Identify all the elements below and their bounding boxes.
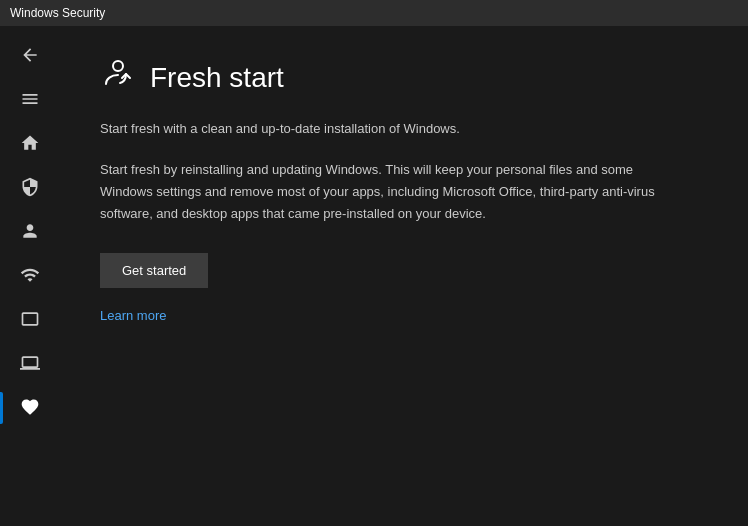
- sidebar-item-device[interactable]: [0, 342, 60, 386]
- wifi-icon: [20, 265, 40, 288]
- back-icon: [20, 45, 40, 68]
- home-icon: [20, 133, 40, 156]
- sidebar-item-network[interactable]: [0, 254, 60, 298]
- sidebar-item-back[interactable]: [0, 34, 60, 78]
- svg-point-0: [113, 61, 123, 71]
- app-title: Windows Security: [10, 6, 105, 20]
- sidebar-item-browser[interactable]: [0, 298, 60, 342]
- main-content: Fresh start Start fresh with a clean and…: [60, 26, 748, 524]
- sidebar-item-account[interactable]: [0, 210, 60, 254]
- sidebar-item-health[interactable]: [0, 386, 60, 430]
- menu-icon: [20, 89, 40, 112]
- page-title: Fresh start: [150, 62, 284, 94]
- page-subtitle: Start fresh with a clean and up-to-date …: [100, 119, 708, 139]
- device-icon: [20, 353, 40, 376]
- sidebar: [0, 26, 60, 524]
- browser-icon: [20, 309, 40, 332]
- account-icon: [20, 221, 40, 244]
- health-icon: [20, 397, 40, 420]
- sidebar-item-home[interactable]: [0, 122, 60, 166]
- app-container: Fresh start Start fresh with a clean and…: [0, 26, 748, 524]
- title-bar: Windows Security: [0, 0, 748, 26]
- fresh-start-icon: [100, 56, 136, 99]
- page-header: Fresh start: [100, 56, 708, 99]
- page-description: Start fresh by reinstalling and updating…: [100, 159, 660, 225]
- shield-icon: [20, 177, 40, 200]
- sidebar-item-shield[interactable]: [0, 166, 60, 210]
- get-started-button[interactable]: Get started: [100, 253, 208, 288]
- learn-more-link[interactable]: Learn more: [100, 308, 708, 323]
- sidebar-item-menu[interactable]: [0, 78, 60, 122]
